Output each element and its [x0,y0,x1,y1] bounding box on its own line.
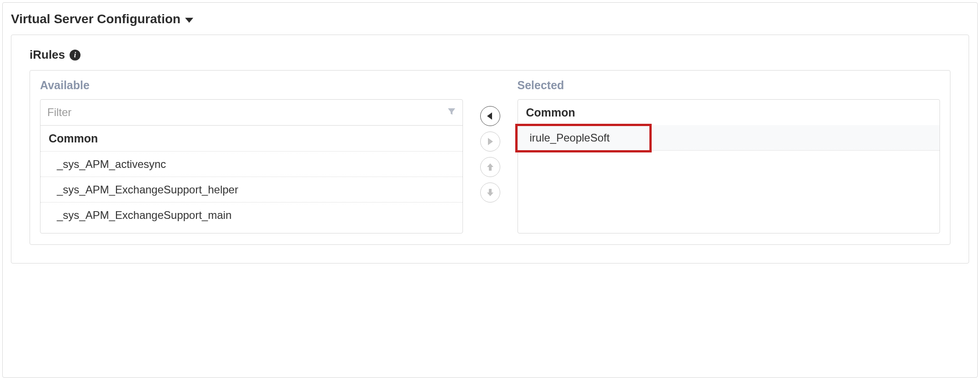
available-title: Available [40,79,463,92]
shuttle-controls [474,79,506,233]
available-column: Available Common _sys_APM_activesync _sy… [40,79,463,233]
available-group-header: Common [40,126,462,152]
selected-listbox: Common irule_PeopleSoft [518,99,940,233]
filter-input[interactable] [40,100,462,125]
irules-header: iRules i [30,48,950,62]
list-item[interactable]: _sys_APM_ExchangeSupport_helper [40,177,462,203]
info-icon[interactable]: i [70,50,80,61]
selected-title: Selected [518,79,940,92]
section-body: iRules i Available Common _sys_APM_activ… [11,35,969,263]
arrow-down-icon [486,188,494,197]
list-item[interactable]: _sys_APM_ExchangeSupport_main [40,203,462,228]
selected-column: Selected Common irule_PeopleSoft [518,79,940,233]
selected-group-header: Common [518,100,940,125]
list-item[interactable]: _sys_APM_activesync [40,152,462,177]
irules-label: iRules [30,48,65,62]
config-panel: Virtual Server Configuration iRules i Av… [2,2,978,378]
triangle-left-icon [487,112,492,120]
section-title: Virtual Server Configuration [11,12,181,26]
move-down-button[interactable] [480,182,500,203]
list-item[interactable]: irule_PeopleSoft [518,125,940,150]
caret-down-icon [185,18,193,23]
section-header[interactable]: Virtual Server Configuration [11,12,969,26]
move-left-button[interactable] [480,106,500,126]
arrow-up-icon [486,162,494,172]
filter-wrap [40,100,462,126]
move-up-button[interactable] [480,157,500,177]
triangle-right-icon [488,138,493,145]
shuttle-panel: Available Common _sys_APM_activesync _sy… [30,70,950,245]
available-listbox: Common _sys_APM_activesync _sys_APM_Exch… [40,99,463,233]
selected-row: irule_PeopleSoft [518,125,940,151]
filter-icon[interactable] [447,107,456,118]
move-right-button[interactable] [480,132,500,152]
